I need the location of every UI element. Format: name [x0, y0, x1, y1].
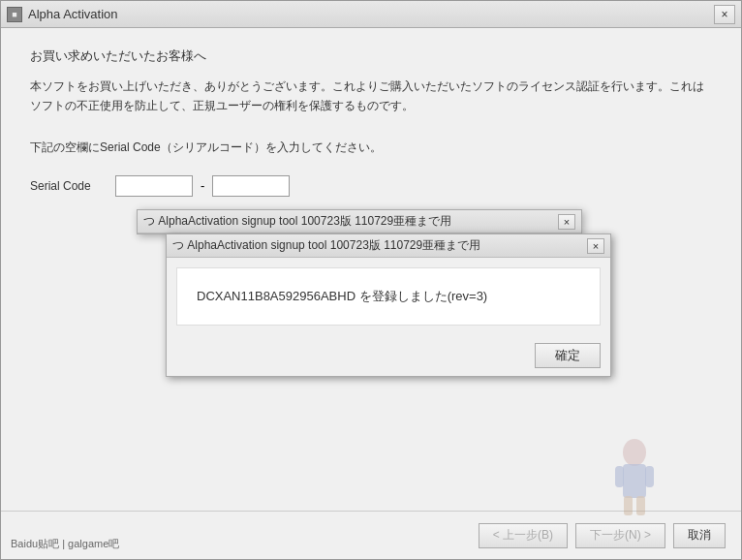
prev-button[interactable]: < 上一步(B): [479, 523, 568, 548]
dialog-1-close-button[interactable]: ×: [558, 214, 575, 230]
serial-input-2[interactable]: [212, 175, 290, 197]
dialog-2-title-text: つ AlphaActivation signup tool 100723版 11…: [172, 237, 480, 254]
cancel-button[interactable]: 取消: [673, 523, 726, 548]
dialog-1-title-bar: つ AlphaActivation signup tool 100723版 11…: [138, 210, 581, 233]
next-button[interactable]: 下一步(N) >: [575, 523, 665, 548]
watermark: Baidu贴吧 | galgame吧: [11, 537, 119, 551]
window-icon: ■: [7, 7, 22, 22]
dialog-2-message: DCXAN11B8A592956ABHD を登録しました(rev=3): [197, 289, 487, 303]
serial-section: Serial Code -: [30, 175, 712, 197]
dialog-ok-button[interactable]: 確定: [535, 343, 601, 368]
svg-rect-2: [615, 466, 624, 487]
dialog-2-title-bar: つ AlphaActivation signup tool 100723版 11…: [167, 234, 610, 258]
window-close-button[interactable]: ×: [714, 5, 735, 24]
title-bar: ■ Alpha Activation ×: [1, 1, 741, 28]
serial-input-1[interactable]: [115, 175, 193, 197]
title-bar-left: ■ Alpha Activation: [7, 7, 118, 22]
window-title: Alpha Activation: [28, 7, 118, 21]
anime-character: [605, 438, 664, 515]
dialog-2-close-button[interactable]: ×: [587, 238, 604, 254]
svg-rect-3: [645, 466, 654, 487]
svg-point-0: [623, 439, 646, 466]
dialog-1-title-text: つ AlphaActivation signup tool 100723版 11…: [143, 213, 451, 230]
svg-rect-4: [624, 496, 633, 515]
bottom-bar: < 上一步(B) 下一步(N) > 取消: [1, 511, 741, 559]
dialog-2-content: DCXAN11B8A592956ABHD を登録しました(rev=3): [176, 267, 601, 326]
dialog-1: つ AlphaActivation signup tool 100723版 11…: [137, 209, 582, 234]
description-text: 本ソフトをお買い上げいただき、ありがとうございます。これよりご購入いただいたソフ…: [30, 77, 712, 116]
instruction-text: 下記の空欄にSerial Code（シリアルコード）を入力してください。: [30, 140, 712, 156]
serial-dash: -: [201, 178, 204, 193]
main-window: ■ Alpha Activation × お買い求めいただいたお客様へ 本ソフト…: [0, 0, 742, 560]
serial-label: Serial Code: [30, 179, 108, 193]
svg-rect-5: [636, 496, 645, 515]
greeting-text: お買い求めいただいたお客様へ: [30, 47, 712, 65]
dialog-2-footer: 確定: [167, 335, 610, 376]
dialog-2: つ AlphaActivation signup tool 100723版 11…: [166, 233, 611, 377]
svg-rect-1: [623, 464, 646, 498]
